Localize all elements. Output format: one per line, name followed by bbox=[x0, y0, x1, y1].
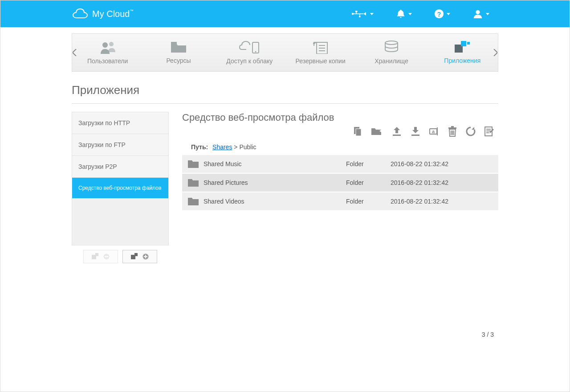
delete-button[interactable] bbox=[448, 126, 457, 138]
user-menu[interactable] bbox=[472, 9, 489, 19]
refresh-button[interactable] bbox=[465, 126, 476, 138]
chevron-down-icon bbox=[370, 13, 374, 15]
svg-rect-11 bbox=[171, 42, 177, 45]
chevron-down-icon bbox=[408, 13, 412, 15]
sidebar-item-ftp-downloads[interactable]: Загрузки по FTP bbox=[72, 134, 168, 156]
app-remove-icon bbox=[92, 253, 102, 260]
file-type: Folder bbox=[346, 179, 391, 186]
tabs-scroll-left[interactable] bbox=[70, 33, 80, 72]
tab-label: Доступ к облаку bbox=[226, 57, 273, 65]
tab-shares[interactable]: Ресурсы bbox=[143, 34, 214, 71]
tab-users[interactable]: Пользователи bbox=[72, 34, 143, 71]
tab-label: Хранилище bbox=[375, 57, 408, 65]
backup-icon bbox=[313, 41, 328, 54]
tab-apps[interactable]: Приложения bbox=[427, 34, 498, 71]
file-list: Shared Music Folder 2016-08-22 01:32:42 … bbox=[182, 155, 498, 211]
svg-point-5 bbox=[359, 16, 361, 17]
refresh-icon bbox=[465, 126, 476, 137]
folder-icon bbox=[187, 196, 199, 206]
svg-text:a: a bbox=[432, 129, 435, 134]
svg-rect-38 bbox=[448, 127, 456, 129]
svg-rect-1 bbox=[354, 13, 364, 14]
file-date: 2016-08-22 01:32:42 bbox=[391, 198, 448, 205]
rename-button[interactable]: a bbox=[429, 126, 440, 138]
file-type: Folder bbox=[346, 198, 391, 205]
add-app-button[interactable] bbox=[122, 250, 157, 263]
svg-rect-27 bbox=[134, 253, 138, 256]
content-pane: Средство веб-просмотра файлов a Путь: Sh… bbox=[182, 112, 498, 263]
tab-backups[interactable]: Резервные копии bbox=[285, 34, 356, 71]
storage-icon bbox=[384, 41, 399, 54]
help-icon: ? bbox=[434, 9, 444, 19]
sidebar-item-http-downloads[interactable]: Загрузки по HTTP bbox=[72, 112, 168, 134]
svg-rect-30 bbox=[145, 255, 146, 258]
chevron-right-icon bbox=[493, 49, 497, 56]
minus-circle-icon bbox=[103, 253, 110, 260]
svg-rect-23 bbox=[95, 253, 98, 256]
tab-label: Пользователи bbox=[87, 57, 128, 65]
svg-rect-37 bbox=[437, 127, 438, 135]
move-button[interactable] bbox=[371, 126, 383, 138]
copy-icon bbox=[352, 126, 363, 137]
help-menu[interactable]: ? bbox=[434, 9, 450, 19]
chevron-down-icon bbox=[447, 13, 450, 15]
topbar: My Cloud™ ? bbox=[0, 0, 570, 27]
edit-button[interactable] bbox=[484, 126, 495, 138]
folder-icon bbox=[170, 41, 187, 53]
tab-cloud-access[interactable]: Доступ к облаку bbox=[214, 34, 285, 71]
svg-rect-20 bbox=[461, 41, 466, 46]
breadcrumb-label: Путь: bbox=[191, 143, 208, 151]
users-icon bbox=[99, 41, 117, 54]
notifications-menu[interactable] bbox=[396, 9, 412, 19]
file-row[interactable]: Shared Videos Folder 2016-08-22 01:32:42 bbox=[182, 192, 498, 211]
sidebar-item-web-file-viewer[interactable]: Средство веб-просмотра файлов bbox=[72, 178, 168, 199]
file-toolbar: a bbox=[182, 126, 498, 138]
svg-rect-39 bbox=[451, 126, 454, 127]
brand[interactable]: My Cloud™ bbox=[72, 8, 133, 19]
main-tabs: Пользователи Ресурсы Доступ к облаку Рез… bbox=[72, 33, 498, 72]
sidebar-item-p2p-downloads[interactable]: Загрузки P2P bbox=[72, 156, 168, 178]
download-icon bbox=[410, 126, 421, 137]
file-row[interactable]: Shared Music Folder 2016-08-22 01:32:42 bbox=[182, 155, 498, 174]
pager: 3 / 3 bbox=[482, 331, 494, 338]
brand-title: My Cloud™ bbox=[92, 9, 133, 19]
breadcrumb-sep: > bbox=[234, 143, 239, 151]
tabs-scroll-right[interactable] bbox=[490, 33, 500, 72]
svg-rect-21 bbox=[467, 42, 470, 45]
svg-point-9 bbox=[102, 42, 108, 48]
svg-rect-34 bbox=[411, 135, 419, 136]
folder-icon bbox=[187, 178, 199, 188]
bell-icon bbox=[396, 9, 406, 19]
svg-point-18 bbox=[385, 41, 398, 45]
svg-rect-3 bbox=[355, 11, 358, 12]
move-icon bbox=[371, 126, 383, 136]
trash-icon bbox=[448, 126, 457, 137]
rename-icon: a bbox=[429, 126, 440, 137]
file-name: Shared Music bbox=[204, 160, 346, 167]
user-icon bbox=[472, 9, 483, 19]
tab-storage[interactable]: Хранилище bbox=[356, 34, 427, 71]
cloud-logo-icon bbox=[72, 8, 88, 19]
page-title: Приложения bbox=[72, 83, 498, 104]
upload-button[interactable] bbox=[391, 126, 402, 138]
file-date: 2016-08-22 01:32:42 bbox=[391, 160, 448, 167]
download-button[interactable] bbox=[410, 126, 421, 138]
file-type: Folder bbox=[346, 160, 391, 167]
chevron-down-icon bbox=[486, 13, 489, 15]
content-title: Средство веб-просмотра файлов bbox=[182, 112, 498, 123]
svg-rect-33 bbox=[393, 135, 401, 136]
svg-point-10 bbox=[109, 42, 114, 46]
svg-point-8 bbox=[476, 10, 480, 14]
svg-rect-25 bbox=[105, 256, 108, 257]
chevron-left-icon bbox=[73, 49, 77, 56]
file-row[interactable]: Shared Pictures Folder 2016-08-22 01:32:… bbox=[182, 174, 498, 192]
upload-icon bbox=[391, 126, 402, 137]
usb-menu[interactable] bbox=[351, 10, 374, 18]
copy-button[interactable] bbox=[352, 126, 363, 138]
breadcrumb-current: Public bbox=[239, 143, 256, 151]
cloud-device-icon bbox=[239, 41, 260, 54]
breadcrumb-root[interactable]: Shares bbox=[212, 143, 232, 151]
remove-app-button[interactable] bbox=[83, 250, 118, 263]
svg-text:?: ? bbox=[437, 11, 441, 18]
tab-label: Приложения bbox=[444, 57, 480, 64]
